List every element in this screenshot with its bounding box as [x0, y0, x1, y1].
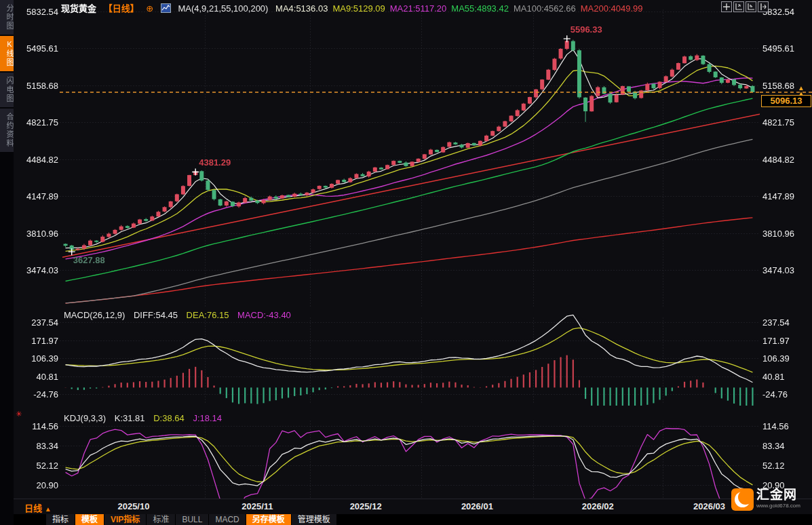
x-axis-label: 2025/10 [117, 501, 149, 511]
sidebar-tab-4[interactable]: 合约资料 [0, 109, 14, 152]
price-annotation: 4381.29 [199, 157, 231, 168]
kdj-title: KDJ(9,3,3) [64, 413, 106, 423]
zoom-out-axis-icon[interactable] [746, 1, 756, 12]
period-selector[interactable]: 日线 ▲ [24, 501, 52, 514]
axis-label: 52.12 [762, 461, 785, 471]
axis-label: 114.56 [14, 421, 58, 431]
logo-icon [731, 488, 754, 511]
axis-label: -24.76 [14, 389, 58, 400]
kdj-k-value: K:31.81 [115, 413, 145, 423]
crosshair-icon[interactable] [721, 1, 732, 12]
axis-label: 3810.96 [14, 229, 58, 239]
axis-label: 4147.89 [762, 191, 794, 201]
axis-label: 171.97 [762, 336, 790, 346]
candlestick-mini-icon[interactable] [161, 3, 171, 13]
axis-label: 106.39 [762, 353, 790, 364]
ma-settings-label[interactable]: MA(4,9,21,55,100,200) [178, 3, 268, 14]
axis-label: 237.54 [762, 317, 790, 328]
axis-label: 4484.82 [762, 155, 794, 165]
toolbar-button-2[interactable]: 模板 [75, 514, 104, 525]
macd-title: MACD(26,12,9) [64, 310, 125, 320]
axis-label: 5495.61 [762, 43, 794, 54]
axis-label: 40.81 [762, 372, 785, 382]
kdj-header[interactable]: KDJ(9,3,3) K:31.81 D:38.64 J:18.14 [64, 413, 228, 423]
chart-header: 现货黄金 【日线】 ⊕ MA(4,9,21,55,100,200) MA4:51… [61, 1, 653, 12]
axis-label: 5495.61 [14, 43, 58, 54]
axis-label: 40.81 [14, 372, 58, 382]
add-indicator-icon[interactable]: ⊕ [146, 3, 153, 14]
macd-macd-value: MACD:-43.40 [237, 310, 291, 320]
toolbar-button-5[interactable]: BULL [176, 514, 209, 525]
price-annotation: 5596.33 [571, 24, 602, 35]
ma-value-6: MA200:4049.99 [581, 3, 643, 14]
axis-label: 5158.68 [14, 81, 58, 91]
macd-diff-value: DIFF:54.45 [134, 310, 178, 320]
logo-url: www.gold678.com [756, 503, 800, 509]
pan-right-icon[interactable] [758, 1, 769, 12]
ma-value-5: MA100:4562.66 [514, 3, 576, 14]
axis-label: 20.90 [14, 480, 58, 490]
x-axis-label: 2026/02 [582, 501, 614, 511]
chart-type-sidebar: 分时图K线图闪电图合约资料 [0, 0, 14, 525]
ma-value-2: MA9:5129.09 [332, 3, 385, 14]
axis-label: 5832.54 [14, 7, 58, 17]
kdj-d-value: D:38.64 [153, 413, 185, 423]
logo-name: 汇金网 [756, 488, 800, 501]
axis-label: 3810.96 [762, 229, 794, 239]
ma-value-3: MA21:5117.20 [390, 3, 447, 14]
chart-canvas[interactable] [0, 0, 812, 514]
symbol-name: 现货黄金 [61, 3, 96, 14]
trading-app: 分时图K线图闪电图合约资料 现货黄金 【日线】 ⊕ MA(4,9,21,55,1… [0, 0, 812, 525]
x-axis-label: 2026/01 [461, 501, 493, 511]
axis-label: 4484.82 [14, 155, 58, 165]
toolbar-button-6[interactable]: MACD [209, 514, 246, 525]
toolbar-button-3[interactable]: VIP指标 [104, 514, 147, 525]
toolbar-button-8[interactable]: 管理模板 [292, 514, 337, 525]
axis-label: 3474.03 [14, 265, 58, 275]
toolbar-button-4[interactable]: 标准 [147, 514, 176, 525]
macd-header[interactable]: MACD(26,12,9) DIFF:54.45 DEA:76.15 MACD:… [64, 310, 297, 320]
bottom-toolbar: 指标模板VIP指标标准BULLMACD另存模板管理模板 [14, 514, 812, 525]
sidebar-tab-3[interactable]: 闪电图 [0, 73, 14, 107]
indicator-alert-icon[interactable]: ✳ [16, 410, 22, 419]
sidebar-tab-2[interactable]: K线图 [0, 36, 14, 71]
x-axis-label: 2025/12 [350, 501, 382, 511]
toolbar-button-7[interactable]: 另存模板 [246, 514, 292, 525]
axis-label: 4147.89 [14, 191, 58, 201]
axis-label: 52.12 [14, 461, 58, 471]
sidebar-tab-1[interactable]: 分时图 [0, 0, 14, 35]
macd-dea-value: DEA:76.15 [187, 310, 229, 320]
axis-label: 4821.75 [762, 117, 794, 128]
axis-label: 83.34 [14, 441, 58, 451]
period-tag[interactable]: 【日线】 [104, 3, 139, 14]
x-axis-label: 2025/11 [241, 501, 273, 511]
price-up-arrow-icon: ▲▲ [798, 85, 805, 96]
kdj-j-value: J:18.14 [193, 413, 222, 423]
axis-label: 83.34 [762, 441, 785, 451]
axis-label: -24.76 [762, 389, 788, 400]
ma-value-4: MA55:4893.42 [451, 3, 509, 14]
ma-value-1: MA4:5136.03 [275, 3, 328, 14]
price-annotation: 3627.88 [73, 255, 105, 265]
axis-label: 3474.03 [762, 265, 794, 275]
axis-label: 4821.75 [14, 117, 58, 128]
axis-label: 237.54 [14, 317, 58, 328]
period-arrow-icon: ▲ [45, 505, 52, 513]
chart-tool-icons [720, 1, 769, 12]
axis-label: 114.56 [762, 421, 789, 431]
site-logo: 汇金网 www.gold678.com [731, 488, 809, 513]
x-axis-row: 日线 ▲ 2025/102025/112025/122026/012026/02… [14, 499, 812, 515]
zoom-in-axis-icon[interactable] [733, 1, 744, 12]
axis-label: 5158.68 [762, 81, 794, 91]
x-axis-label: 2026/03 [693, 501, 725, 511]
axis-label: 106.39 [14, 353, 58, 364]
toolbar-button-1[interactable]: 指标 [46, 514, 75, 525]
axis-label: 171.97 [14, 336, 58, 346]
ma-values: MA4:5136.03MA9:5129.09MA21:5117.20MA55:4… [275, 3, 647, 14]
